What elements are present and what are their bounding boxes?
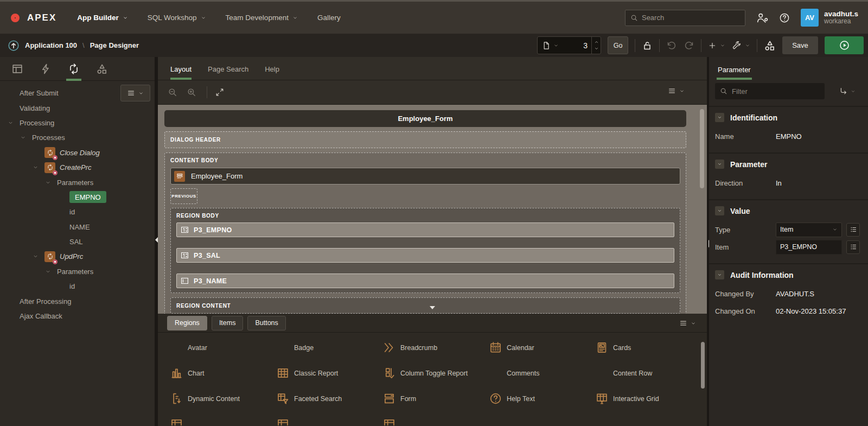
- tree-expand-chevron[interactable]: [45, 180, 57, 186]
- item-input[interactable]: P3_EMPNO: [776, 240, 842, 255]
- tree-item-processing[interactable]: Processing: [0, 116, 155, 130]
- tree-expand-chevron[interactable]: [8, 120, 20, 126]
- gallery-item-faceted-search[interactable]: Faceted Search: [269, 386, 375, 411]
- go-to-group-button[interactable]: [839, 87, 856, 96]
- layout-menu-button[interactable]: [668, 87, 685, 95]
- spinner-up-icon[interactable]: [594, 40, 599, 44]
- tab-page-search[interactable]: Page Search: [208, 65, 248, 80]
- gallery-tab-buttons[interactable]: Buttons: [247, 316, 285, 330]
- content-body-slot[interactable]: CONTENT BODY Employee_Form PREVIOUS REGI…: [164, 152, 686, 314]
- page-item-p3-name[interactable]: P3_NAME: [176, 274, 674, 288]
- tree-item-parameters[interactable]: Parameters: [0, 175, 155, 189]
- oracle-logo-icon[interactable]: [11, 14, 20, 22]
- tab-parameter[interactable]: Parameter: [718, 66, 751, 80]
- global-search[interactable]: [625, 10, 745, 26]
- gallery-item-cut-off[interactable]: [375, 411, 482, 425]
- gallery-item-dynamic-content[interactable]: Dynamic Content: [163, 386, 269, 411]
- undo-icon[interactable]: [666, 40, 677, 51]
- page-number-input[interactable]: [559, 41, 591, 50]
- tree-item-createprc[interactable]: CreatePrc: [0, 160, 155, 175]
- gallery-item-breadcrumb[interactable]: Breadcrumb: [375, 335, 482, 360]
- gallery-item-classic-report[interactable]: Classic Report: [269, 360, 375, 386]
- tree-item-validating[interactable]: Validating: [0, 100, 155, 115]
- form-region[interactable]: Employee_Form: [170, 168, 680, 185]
- canvas-resize-handle[interactable]: [430, 306, 435, 312]
- tree-item-name[interactable]: NAME: [0, 220, 155, 234]
- page-spinner[interactable]: [591, 37, 601, 54]
- gallery-item-comments[interactable]: Comments: [482, 360, 588, 386]
- region-content-slot[interactable]: REGION CONTENT: [170, 297, 680, 314]
- collapse-parameter-button[interactable]: [715, 160, 724, 169]
- tree-item-processes[interactable]: Processes: [0, 130, 155, 145]
- menu-gallery[interactable]: Gallery: [317, 14, 341, 22]
- panel-tab-rendering[interactable]: [9, 57, 26, 81]
- gallery-item-calendar[interactable]: Calendar: [482, 335, 588, 360]
- breadcrumb-application[interactable]: Application 100: [25, 41, 77, 49]
- type-lov-button[interactable]: [846, 223, 860, 237]
- tree-item-empno[interactable]: EMPNO: [0, 190, 155, 205]
- gallery-item-content-row[interactable]: Content Row: [588, 360, 694, 386]
- gallery-item-cards[interactable]: Cards: [588, 335, 694, 360]
- go-button[interactable]: Go: [608, 36, 628, 54]
- gallery-tab-regions[interactable]: Regions: [167, 316, 207, 330]
- user-menu[interactable]: AV avadhut.s workarea: [801, 9, 858, 27]
- property-filter[interactable]: [715, 83, 825, 99]
- canvas-scrollbar[interactable]: [700, 109, 704, 188]
- tree-item-updprc[interactable]: UpdPrc: [0, 249, 155, 264]
- panel-tab-shared-components[interactable]: [93, 57, 111, 81]
- gallery-item-help-text[interactable]: Help Text: [482, 386, 588, 411]
- collapse-audit-information-button[interactable]: [715, 270, 724, 279]
- tree-expand-chevron[interactable]: [20, 135, 32, 141]
- gallery-item-cut-off[interactable]: [163, 411, 269, 425]
- tree-item-close-dialog[interactable]: Close Dialog: [0, 145, 155, 160]
- tree-menu-button[interactable]: [120, 85, 150, 101]
- tree-item-id[interactable]: id: [0, 279, 155, 294]
- tree-item-after-processing[interactable]: After Processing: [0, 294, 155, 308]
- gallery-item-form[interactable]: Form: [375, 386, 482, 411]
- zoom-out-icon[interactable]: [168, 87, 177, 97]
- item-lov-button[interactable]: [846, 240, 860, 254]
- gallery-item-badge[interactable]: Badge: [269, 335, 375, 360]
- menu-team-development[interactable]: Team Development: [226, 14, 298, 22]
- page-list-chevron-icon[interactable]: [553, 43, 559, 48]
- help-icon[interactable]: [779, 12, 790, 23]
- save-button[interactable]: Save: [782, 36, 818, 54]
- region-body-slot[interactable]: REGION BODY P3_EMPNOP3_SALP3_NAME: [170, 208, 680, 293]
- dialog-title-bar[interactable]: Employee_Form: [164, 110, 686, 127]
- menu-app-builder[interactable]: App Builder: [77, 14, 128, 22]
- tree-expand-chevron[interactable]: [33, 164, 44, 170]
- tree-expand-chevron[interactable]: [33, 253, 44, 259]
- filter-input[interactable]: [732, 87, 820, 96]
- gallery-scrollbar[interactable]: [701, 342, 705, 389]
- redo-icon[interactable]: [684, 40, 694, 51]
- utilities-menu-button[interactable]: [732, 41, 750, 50]
- go-to-application-icon[interactable]: [8, 40, 20, 52]
- previous-button-slot[interactable]: PREVIOUS: [170, 188, 197, 204]
- lock-icon[interactable]: [642, 40, 653, 51]
- tree-item-id[interactable]: id: [0, 205, 155, 219]
- gallery-item-column-toggle-report[interactable]: Column Toggle Report: [375, 360, 482, 386]
- zoom-in-icon[interactable]: [187, 87, 196, 97]
- shared-components-icon[interactable]: [764, 40, 776, 52]
- tree-item-sal[interactable]: SAL: [0, 234, 155, 249]
- type-select[interactable]: Item: [776, 222, 842, 237]
- tree-expand-chevron[interactable]: [45, 269, 57, 275]
- create-menu-button[interactable]: [708, 41, 725, 50]
- gallery-tab-items[interactable]: Items: [212, 316, 244, 330]
- gallery-item-chart[interactable]: Chart: [163, 360, 269, 386]
- spinner-down-icon[interactable]: [594, 46, 599, 51]
- expand-icon[interactable]: [215, 88, 224, 97]
- menu-sql-workshop[interactable]: SQL Workshop: [148, 14, 206, 22]
- collapse-identification-button[interactable]: [715, 113, 724, 122]
- page-item-p3-sal[interactable]: P3_SAL: [176, 248, 674, 263]
- dialog-header-slot[interactable]: DIALOG HEADER: [164, 131, 686, 148]
- panel-tab-processing[interactable]: [65, 57, 82, 81]
- gallery-item-cut-off[interactable]: [269, 411, 375, 425]
- page-selector[interactable]: [537, 36, 601, 54]
- run-page-button[interactable]: [825, 36, 864, 54]
- gallery-item-interactive-grid[interactable]: Interactive Grid: [588, 386, 694, 411]
- search-input[interactable]: [642, 14, 740, 22]
- gallery-menu-button[interactable]: [679, 319, 696, 327]
- tree-item-parameters[interactable]: Parameters: [0, 264, 155, 279]
- gallery-item-avatar[interactable]: Avatar: [163, 335, 269, 360]
